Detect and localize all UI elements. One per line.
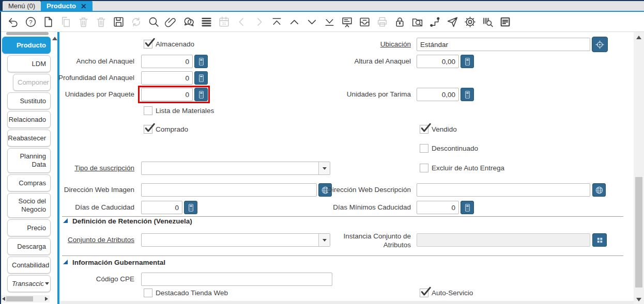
- scroll-down-arrow-icon[interactable]: [636, 298, 641, 301]
- vendido-checkbox[interactable]: Vendido: [420, 125, 457, 134]
- direccion-web-descripcion-url-button[interactable]: [592, 183, 606, 197]
- sidebar-tab-reabastecer[interactable]: Reabastecer: [7, 130, 51, 147]
- sidebar-scroll-left-arrow-icon[interactable]: [2, 297, 5, 301]
- sidebar-tab-descarga[interactable]: Descarga: [7, 238, 51, 255]
- instancia-conjunto-editor-button[interactable]: [592, 233, 607, 247]
- sidebar-horizontal-scrollbar-thumb[interactable]: [6, 296, 33, 301]
- altura-anaquel-input[interactable]: [417, 55, 459, 68]
- sidebar-tab-transacciones[interactable]: Transacciones: [7, 275, 51, 292]
- sidebar-tab-sustituto[interactable]: Sustituto: [7, 92, 51, 109]
- send-mail-button[interactable]: [446, 14, 459, 29]
- almacenado-checkbox[interactable]: Almacenado: [144, 40, 194, 49]
- ubicacion-locator-button[interactable]: [592, 37, 608, 52]
- copy-record-button: [59, 14, 73, 29]
- private-record-button[interactable]: [393, 14, 407, 29]
- altura-anaquel-calculator-button[interactable]: [461, 55, 474, 68]
- ubicacion-input[interactable]: [417, 38, 590, 51]
- chat-button[interactable]: [182, 14, 196, 29]
- dias-minimos-caducidad-calculator-button[interactable]: [461, 201, 474, 214]
- ancho-anaquel-input[interactable]: [141, 55, 193, 68]
- destacado-tienda-web-checkbox[interactable]: Destacado Tienda Web: [144, 289, 228, 297]
- checkbox-box[interactable]: [144, 289, 152, 297]
- ubicacion-label[interactable]: Ubicación: [380, 40, 411, 49]
- sidebar-tab-relacionado[interactable]: Relacionado: [7, 111, 51, 128]
- vertical-scrollbar-thumb[interactable]: [635, 177, 642, 287]
- unidades-tarima-label: Unidades por Tarima: [347, 90, 411, 99]
- sidebar-tab-label: LDM: [32, 60, 46, 68]
- checkbox-box[interactable]: [420, 164, 428, 172]
- sidebar-tab-producto[interactable]: Producto: [2, 37, 51, 54]
- chevron-down-icon[interactable]: [45, 282, 49, 285]
- close-icon[interactable]: ✕: [81, 3, 87, 10]
- tipo-suscripcion-input[interactable]: [142, 162, 318, 174]
- sidebar-tab-contabilidad[interactable]: Contabilidad: [7, 257, 51, 274]
- sidebar-tab-planning-data[interactable]: Planning Data: [7, 148, 51, 173]
- chevright-icon: [253, 15, 266, 28]
- last-record-button[interactable]: [323, 14, 336, 29]
- section-collapse-icon[interactable]: [63, 260, 68, 264]
- unidades-paquete-input[interactable]: [141, 88, 193, 101]
- archive-button[interactable]: [358, 14, 372, 29]
- unidades-paquete-calculator-button[interactable]: [194, 88, 208, 101]
- conjunto-atributos-select[interactable]: [141, 233, 330, 247]
- previous-record-button[interactable]: [287, 14, 301, 29]
- undo-button[interactable]: [6, 14, 20, 29]
- chevron-down-icon[interactable]: [318, 162, 330, 174]
- direccion-web-imagen-input[interactable]: [141, 183, 317, 197]
- ancho-anaquel-calculator-button[interactable]: [194, 55, 208, 68]
- checkbox-box[interactable]: [144, 125, 152, 134]
- checkbox-box[interactable]: [144, 106, 152, 115]
- checkbox-box[interactable]: [420, 125, 428, 134]
- window-log-button[interactable]: [498, 14, 512, 29]
- dias-minimos-caducidad-input[interactable]: [417, 201, 459, 214]
- sidebar-scroll-up-arrow-icon[interactable]: [52, 37, 57, 40]
- scroll-up-arrow-icon[interactable]: [636, 36, 641, 39]
- next-record-button[interactable]: [305, 14, 319, 29]
- dias-caducidad-input[interactable]: [141, 201, 182, 214]
- sidebar-scroll-right-arrow-icon[interactable]: [45, 297, 48, 301]
- tab-menu[interactable]: Menú (0): [3, 1, 41, 11]
- codigo-cpe-input[interactable]: [141, 273, 332, 286]
- sidebar-tab-label: Planning Data: [12, 152, 46, 169]
- tab-producto[interactable]: Producto ✕: [41, 1, 93, 11]
- conjunto-atributos-label[interactable]: Conjunto de Atributos: [68, 236, 134, 244]
- grid-toggle-button[interactable]: [200, 14, 213, 29]
- lista-materiales-checkbox[interactable]: Lista de Materiales: [144, 106, 214, 115]
- tipo-suscripcion-select[interactable]: [141, 162, 330, 175]
- checkbox-box[interactable]: [420, 289, 428, 297]
- unidades-tarima-calculator-button[interactable]: [461, 88, 474, 101]
- first-record-button[interactable]: [270, 14, 284, 29]
- unidades-tarima-input[interactable]: [417, 88, 459, 101]
- profundidad-anaquel-input[interactable]: [141, 71, 193, 85]
- product-info-button[interactable]: [481, 14, 495, 29]
- profundidad-anaquel-calculator-button[interactable]: [194, 71, 208, 85]
- calculator-icon: [196, 57, 206, 67]
- checkbox-box[interactable]: [420, 144, 428, 153]
- panel-divider[interactable]: [57, 32, 59, 304]
- save-button[interactable]: [112, 14, 126, 29]
- excluir-auto-entrega-checkbox[interactable]: Excluir de Auto Entrega: [420, 164, 504, 172]
- sidebar-tab-compras[interactable]: Compras: [7, 174, 51, 191]
- sidebar-tab-socio-del-negocio[interactable]: Socio del Negocio: [7, 193, 51, 218]
- find-button[interactable]: [147, 14, 161, 29]
- workflow-button[interactable]: [428, 14, 442, 29]
- sidebar-tab-label: Transacciones: [12, 280, 43, 287]
- sidebar-tab-ldm[interactable]: LDM: [7, 55, 51, 72]
- descontinuado-checkbox[interactable]: Descontinuado: [420, 144, 478, 153]
- preferences-button[interactable]: [463, 14, 477, 29]
- checkbox-box[interactable]: [144, 40, 152, 49]
- report-button[interactable]: [340, 14, 354, 29]
- conjunto-atributos-input[interactable]: [142, 234, 318, 246]
- new-record-button[interactable]: [41, 14, 55, 29]
- attachment-button[interactable]: [164, 14, 178, 29]
- section-collapse-icon[interactable]: [63, 218, 68, 223]
- sidebar-tab-precio[interactable]: Precio: [7, 219, 51, 236]
- help-button[interactable]: ?: [24, 14, 38, 29]
- tipo-suscripcion-label[interactable]: Tipo de suscripción: [74, 164, 134, 172]
- comprado-checkbox[interactable]: Comprado: [144, 125, 188, 134]
- zoom-across-button[interactable]: [410, 14, 424, 29]
- dias-caducidad-calculator-button[interactable]: [184, 201, 197, 214]
- direccion-web-descripcion-input[interactable]: [417, 183, 590, 197]
- rows-icon: [200, 15, 213, 28]
- auto-servicio-checkbox[interactable]: Auto-Servicio: [420, 289, 473, 297]
